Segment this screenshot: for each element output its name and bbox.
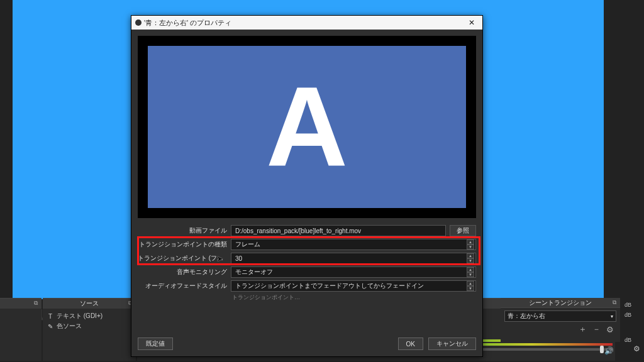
label-transition-type: トランジションポイントの種類: [138, 240, 227, 249]
truncated-row-text: トランジションポイント…: [232, 293, 300, 301]
properties-form: 動画ファイル D:/obs_ransition_pack/[blue]left_…: [131, 224, 482, 301]
defaults-button[interactable]: 既定値: [138, 337, 173, 350]
speaker-icon[interactable]: 🔊: [602, 346, 615, 356]
ok-button[interactable]: OK: [398, 337, 423, 350]
dock-scene-transitions: シーントランジション ⧉ 青：左から右 ▾ ＋ － ⚙: [501, 298, 620, 342]
row-transition-point: トランジションポイント (フレーム) 30 ▲▼: [138, 252, 476, 265]
browse-button-label: 参照: [457, 226, 469, 235]
remove-transition-button[interactable]: －: [591, 324, 601, 334]
transition-point-value: 30: [235, 255, 242, 262]
video-preview: A: [148, 46, 466, 208]
dialog-preview-area: A: [138, 36, 476, 218]
chevron-up-icon[interactable]: ▲: [467, 267, 474, 272]
source-item[interactable]: T テキスト (GDI+): [47, 311, 132, 321]
audio-monitoring-value: モニターオフ: [235, 268, 273, 277]
close-button[interactable]: ✕: [465, 18, 479, 27]
chevron-up-icon[interactable]: ▲: [467, 253, 474, 258]
browse-button[interactable]: 参照: [450, 225, 476, 236]
sources-list: T テキスト (GDI+) ✎ 色ソース: [43, 309, 136, 334]
gear-icon[interactable]: ⚙: [633, 344, 640, 353]
row-audio-monitoring: 音声モニタリング モニターオフ ▲▼: [138, 266, 476, 278]
dock-sources: ソース ⧉ T テキスト (GDI+) ✎ 色ソース: [43, 298, 136, 361]
chevron-down-icon[interactable]: ▼: [467, 244, 474, 250]
video-file-value: D:/obs_ransition_pack/[blue]left_to_righ…: [235, 228, 361, 234]
transition-type-value: フレーム: [235, 240, 260, 249]
row-video-file: 動画ファイル D:/obs_ransition_pack/[blue]left_…: [138, 224, 476, 237]
select-transition-type[interactable]: フレーム ▲▼: [231, 239, 476, 250]
chevron-down-icon[interactable]: ▼: [467, 286, 474, 291]
dock-popout-icon[interactable]: ⧉: [611, 299, 618, 305]
app-icon: [135, 19, 142, 26]
transition-selected-label: 青：左から右: [508, 312, 545, 321]
transition-settings-button[interactable]: ⚙: [605, 324, 615, 334]
source-item-label: 色ソース: [57, 322, 82, 331]
db-label: dB: [625, 337, 631, 343]
row-audio-fade: オーディオフェードスタイル トランジションポイントまでフェードアウトしてからフェ…: [138, 280, 476, 292]
transition-select[interactable]: 青：左から右 ▾: [504, 310, 616, 322]
label-video-file: 動画ファイル: [138, 226, 227, 235]
transitions-title: シーントランジション: [529, 299, 592, 307]
input-video-file[interactable]: D:/obs_ransition_pack/[blue]left_to_righ…: [231, 225, 446, 236]
chevron-down-icon: ▾: [611, 314, 613, 319]
add-transition-button[interactable]: ＋: [577, 324, 587, 334]
ok-button-label: OK: [406, 341, 415, 348]
chevron-up-icon[interactable]: ▲: [467, 281, 474, 286]
db-label: dB: [625, 312, 631, 318]
dock-popout-icon[interactable]: ⧉: [33, 300, 39, 306]
chevron-down-icon[interactable]: ▼: [467, 272, 474, 277]
dock-sources-header: ソース ⧉: [43, 299, 136, 309]
chevron-down-icon[interactable]: ▼: [467, 258, 474, 263]
cancel-button[interactable]: キャンセル: [428, 337, 476, 350]
preview-letter: A: [266, 70, 348, 184]
source-item[interactable]: ✎ 色ソース: [47, 321, 132, 331]
dock-sources-title: ソース: [80, 299, 99, 308]
audio-fade-value: トランジションポイントまでフェードアウトしてからフェードイン: [235, 282, 424, 290]
source-item-label: テキスト (GDI+): [57, 312, 103, 321]
cancel-button-label: キャンセル: [436, 339, 468, 348]
dialog-footer: 既定値 OK キャンセル: [131, 332, 482, 356]
chevron-up-icon[interactable]: ▲: [467, 239, 474, 244]
dock-scenes-header: ⧉: [0, 299, 42, 309]
select-audio-monitoring[interactable]: モニターオフ ▲▼: [231, 266, 476, 278]
properties-dialog: '青：左から右' のプロパティ ✕ A 動画ファイル D:/obs_ransit…: [131, 15, 483, 357]
color-source-icon: ✎: [47, 323, 54, 330]
select-audio-fade[interactable]: トランジションポイントまでフェードアウトしてからフェードイン ▲▼: [231, 280, 476, 292]
cursor-icon: ➤: [216, 254, 223, 263]
row-transition-type: トランジションポイントの種類 フレーム ▲▼: [138, 238, 476, 251]
dock-scenes: ⧉: [0, 298, 42, 361]
dialog-title: '青：左から右' のプロパティ: [144, 18, 231, 28]
label-transition-point: トランジションポイント (フレーム): [138, 254, 227, 263]
transitions-header: シーントランジション ⧉: [501, 298, 620, 308]
label-audio-monitoring: 音声モニタリング: [138, 268, 227, 277]
label-audio-fade: オーディオフェードスタイル: [138, 282, 227, 290]
defaults-button-label: 既定値: [146, 339, 165, 348]
row-extra-truncated: トランジションポイント…: [138, 293, 476, 301]
db-label: dB: [625, 302, 631, 308]
input-transition-point[interactable]: 30 ▲▼: [231, 253, 476, 264]
text-source-icon: T: [47, 313, 54, 320]
dialog-titlebar[interactable]: '青：左から右' のプロパティ ✕: [131, 16, 482, 30]
